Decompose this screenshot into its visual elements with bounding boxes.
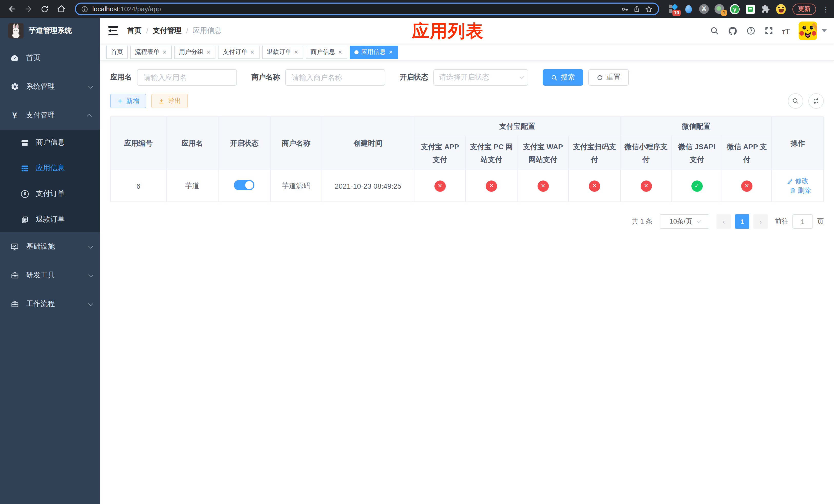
extension-balloon-icon[interactable] bbox=[684, 4, 694, 14]
share-icon[interactable] bbox=[633, 5, 641, 13]
extensions-puzzle-icon[interactable] bbox=[761, 4, 770, 14]
browser-toolbar: localhost:1024/pay/app 10 ⌘ 1 bbox=[0, 0, 834, 18]
col-app-name: 应用名 bbox=[166, 117, 218, 170]
delete-link[interactable]: 删除 bbox=[789, 186, 811, 195]
browser-back-button[interactable] bbox=[5, 2, 19, 16]
sidebar-item-infrastructure[interactable]: 基础设施 bbox=[0, 232, 100, 261]
page-number-1[interactable]: 1 bbox=[735, 214, 749, 229]
tab-home[interactable]: 首页 bbox=[106, 45, 128, 59]
payment-submenu: 商户信息 应用信息 ¥ 支付订单 bbox=[0, 130, 100, 232]
app-logo-row[interactable]: 芋道管理系统 bbox=[0, 18, 100, 44]
tab-refund-orders[interactable]: 退款订单× bbox=[262, 45, 303, 59]
close-icon[interactable]: × bbox=[250, 49, 255, 55]
status-toggle[interactable] bbox=[234, 180, 255, 190]
merchant-name-input[interactable] bbox=[285, 69, 385, 86]
app-name-input[interactable] bbox=[137, 69, 237, 86]
export-button[interactable]: 导出 bbox=[151, 94, 188, 108]
edit-link[interactable]: 修改 bbox=[787, 176, 808, 186]
extension-chat-icon[interactable] bbox=[745, 4, 755, 14]
app-title: 芋道管理系统 bbox=[29, 26, 72, 36]
extension-zeal-icon[interactable]: 10 bbox=[668, 4, 678, 14]
sidebar-item-app-info[interactable]: 应用信息 bbox=[0, 155, 100, 181]
chevron-down-icon bbox=[88, 83, 93, 88]
github-icon[interactable] bbox=[728, 26, 737, 36]
chevron-down-icon bbox=[88, 301, 93, 306]
fullscreen-icon[interactable] bbox=[764, 26, 773, 36]
site-info-icon[interactable] bbox=[81, 5, 88, 13]
sidebar-item-refund-orders[interactable]: 退款订单 bbox=[0, 207, 100, 232]
tab-merchant-info[interactable]: 商户信息× bbox=[306, 45, 347, 59]
extension-y-icon[interactable]: y bbox=[730, 4, 740, 14]
sidebar-item-home[interactable]: 首页 bbox=[0, 44, 100, 72]
status-select[interactable]: 请选择开启状态 bbox=[433, 69, 528, 86]
wx-mini-status-icon bbox=[640, 180, 652, 191]
page-annotation: 应用列表 bbox=[412, 20, 484, 43]
refresh-icon bbox=[812, 97, 820, 105]
goto-label: 前往 bbox=[775, 217, 788, 226]
browser-menu-icon[interactable]: ⋮ bbox=[822, 5, 829, 13]
col-wx-mini: 微信小程序支付 bbox=[620, 136, 672, 170]
refresh-icon bbox=[596, 74, 603, 81]
screen: localhost:1024/pay/app 10 ⌘ 1 bbox=[0, 0, 834, 504]
sidebar-collapse-button[interactable] bbox=[107, 24, 119, 38]
alipay-pc-status-icon bbox=[486, 180, 497, 191]
address-bar[interactable]: localhost:1024/pay/app bbox=[75, 3, 659, 15]
tab-pay-orders[interactable]: 支付订单× bbox=[218, 45, 259, 59]
search-icon bbox=[792, 97, 799, 105]
chevron-down-icon bbox=[88, 272, 93, 277]
tab-app-info[interactable]: 应用信息× bbox=[350, 45, 398, 59]
sidebar-item-system[interactable]: 系统管理 bbox=[0, 72, 100, 101]
breadcrumb-home[interactable]: 首页 bbox=[127, 26, 141, 36]
browser-home-button[interactable] bbox=[54, 2, 68, 16]
font-size-icon[interactable]: TT bbox=[782, 26, 790, 35]
search-button[interactable]: 搜索 bbox=[543, 69, 583, 86]
sidebar-menu: 首页 系统管理 ¥ 支付管理 bbox=[0, 44, 100, 504]
toggle-search-button[interactable] bbox=[788, 93, 803, 109]
extension-recorder-icon[interactable]: 1 bbox=[715, 4, 724, 14]
breadcrumb-separator: / bbox=[186, 27, 188, 35]
browser-reload-button[interactable] bbox=[38, 2, 51, 16]
sidebar-item-pay-orders[interactable]: ¥ 支付订单 bbox=[0, 181, 100, 207]
close-icon[interactable]: × bbox=[294, 49, 299, 55]
cell-operations: 修改 删除 bbox=[772, 170, 824, 202]
download-icon bbox=[158, 98, 164, 104]
page-size-select[interactable]: 10条/页 bbox=[660, 214, 709, 229]
sidebar-item-workflow[interactable]: 工作流程 bbox=[0, 290, 100, 318]
profile-avatar-icon[interactable] bbox=[776, 4, 786, 14]
refresh-table-button[interactable] bbox=[808, 93, 824, 109]
close-icon[interactable]: × bbox=[338, 49, 343, 55]
sidebar-item-payment[interactable]: ¥ 支付管理 bbox=[0, 101, 100, 130]
trash-icon bbox=[789, 187, 796, 194]
breadcrumb-payment[interactable]: 支付管理 bbox=[153, 26, 181, 36]
close-icon[interactable]: × bbox=[388, 49, 393, 55]
goto-page-input[interactable] bbox=[792, 214, 813, 229]
tab-process-form[interactable]: 流程表单× bbox=[130, 45, 172, 59]
next-page-button[interactable]: › bbox=[753, 214, 768, 229]
breadcrumb-current: 应用信息 bbox=[193, 26, 222, 36]
zeal-diamond-icon bbox=[672, 4, 678, 10]
bookmark-star-icon[interactable] bbox=[645, 5, 653, 13]
extension-command-icon[interactable]: ⌘ bbox=[699, 4, 709, 14]
tab-user-group[interactable]: 用户分组× bbox=[174, 45, 215, 59]
col-wx-jsapi: 微信 JSAPI 支付 bbox=[672, 136, 722, 170]
yen-circle-icon: ¥ bbox=[21, 190, 29, 198]
prev-page-button[interactable]: ‹ bbox=[717, 214, 731, 229]
add-button[interactable]: 新增 bbox=[110, 94, 146, 108]
user-avatar[interactable] bbox=[798, 22, 817, 40]
close-icon[interactable]: × bbox=[206, 49, 211, 55]
chrome-update-button[interactable]: 更新 bbox=[792, 3, 816, 15]
browser-forward-button[interactable] bbox=[22, 2, 35, 16]
help-icon[interactable] bbox=[746, 26, 755, 36]
extension-badge: 1 bbox=[721, 10, 727, 16]
app-logo bbox=[8, 23, 24, 39]
search-icon[interactable] bbox=[710, 26, 719, 36]
sidebar-item-dev-tools[interactable]: 研发工具 bbox=[0, 261, 100, 290]
reset-button[interactable]: 重置 bbox=[588, 69, 629, 86]
close-icon[interactable]: × bbox=[162, 49, 167, 55]
password-key-icon[interactable] bbox=[621, 5, 629, 13]
chevron-down-icon bbox=[520, 75, 524, 79]
caret-down-icon bbox=[822, 29, 827, 32]
sidebar-item-merchant-info[interactable]: 商户信息 bbox=[0, 130, 100, 155]
yen-icon: ¥ bbox=[10, 111, 19, 120]
briefcase-icon bbox=[10, 300, 19, 308]
